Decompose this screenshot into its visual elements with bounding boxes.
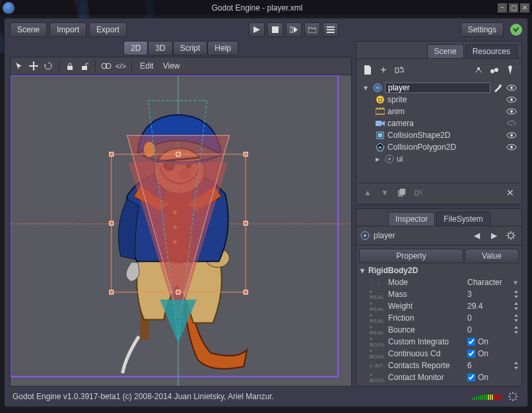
history-fwd-icon[interactable]: ▶ xyxy=(487,229,500,242)
spinner-updown-icon[interactable] xyxy=(514,290,519,298)
property-checkbox[interactable] xyxy=(467,373,475,381)
category-label: RigidBody2D xyxy=(368,266,418,275)
svg-point-46 xyxy=(510,98,513,101)
spinner-updown-icon[interactable] xyxy=(514,314,519,322)
canvas-viewport[interactable] xyxy=(10,75,352,387)
move-down-icon[interactable]: ▼ xyxy=(378,186,391,199)
edit-menu[interactable]: Edit xyxy=(136,61,158,71)
property-row[interactable]: BOOLContinuous CdOn xyxy=(359,348,519,360)
tab-scene[interactable]: Scene xyxy=(427,44,464,58)
instance-node-icon[interactable] xyxy=(393,63,406,77)
col-value[interactable]: Value xyxy=(465,249,519,263)
visibility-eye-icon[interactable] xyxy=(506,132,517,139)
unlock-tool-icon[interactable] xyxy=(78,59,91,73)
tree-node-ui[interactable]: ▸ui xyxy=(361,153,517,165)
property-value[interactable]: Character xyxy=(467,278,511,287)
link-tool-icon[interactable] xyxy=(100,59,113,73)
connect-node-icon[interactable] xyxy=(472,63,485,77)
menu-import[interactable]: Import xyxy=(50,22,86,37)
groups-node-icon[interactable] xyxy=(488,63,501,77)
property-row[interactable]: REALBounce0 xyxy=(359,324,519,336)
inspector-settings-icon[interactable] xyxy=(504,229,517,242)
status-bar: Godot Engine v1.0.3917-beta1 (c) 2008-20… xyxy=(7,389,525,404)
collapse-category-icon[interactable]: ▾ xyxy=(360,266,368,275)
property-checkbox[interactable] xyxy=(467,338,475,346)
spinner-updown-icon[interactable] xyxy=(514,302,519,310)
stop-button[interactable] xyxy=(267,22,283,37)
open-folder-button[interactable] xyxy=(304,22,320,37)
property-value[interactable]: 29.4 xyxy=(467,302,511,311)
tab-3d[interactable]: 3D xyxy=(148,41,172,55)
script-node-icon[interactable] xyxy=(504,63,517,77)
list-button[interactable] xyxy=(323,22,339,37)
scene-tree[interactable]: ▾spriteanimcameraCollisionShape2DCollisi… xyxy=(358,80,519,181)
status-ok-icon xyxy=(510,24,522,36)
view-menu[interactable]: View xyxy=(159,61,184,71)
spinner-updown-icon[interactable] xyxy=(514,362,519,369)
col-property[interactable]: Property xyxy=(359,249,463,263)
visibility-eye-icon[interactable] xyxy=(506,84,517,91)
window-titlebar: Godot Engine - player.xml − ▢ ✕ xyxy=(0,0,532,15)
node-name-input[interactable] xyxy=(385,82,490,93)
visibility-eye-icon[interactable] xyxy=(506,96,517,103)
tree-node-anim[interactable]: anim xyxy=(361,106,517,117)
property-row[interactable]: BOOLContact MonitorOn xyxy=(359,371,519,383)
delete-node-icon[interactable]: ✕ xyxy=(504,186,517,199)
property-list[interactable]: ▾RigidBody2D⋮⋮ ModeCharacter▾ REALMass3 … xyxy=(356,265,521,386)
property-checkbox[interactable] xyxy=(467,350,475,358)
duplicate-node-icon[interactable] xyxy=(395,186,409,199)
script-tool-icon[interactable]: </> xyxy=(114,59,127,73)
property-value[interactable]: 0 xyxy=(467,325,511,334)
maximize-window-button[interactable]: ▢ xyxy=(509,3,518,13)
dropdown-arrow-icon[interactable]: ▾ xyxy=(514,278,519,287)
select-tool-icon[interactable] xyxy=(13,59,26,73)
lock-tool-icon[interactable] xyxy=(63,59,77,73)
property-row[interactable]: REALMass3 xyxy=(359,288,519,300)
property-row[interactable]: BOOLCustom IntegratoOn xyxy=(359,336,519,348)
move-tool-icon[interactable] xyxy=(27,59,40,73)
property-row[interactable]: REALFriction0 xyxy=(359,312,519,324)
tab-resources[interactable]: Resources xyxy=(465,44,517,58)
property-row[interactable]: REALWeight29.4 xyxy=(359,300,519,312)
tree-node-camera[interactable]: camera xyxy=(361,117,517,129)
svg-rect-4 xyxy=(67,66,73,70)
play-scene-button[interactable] xyxy=(286,22,302,37)
expand-icon[interactable]: ▸ xyxy=(376,154,382,164)
play-button[interactable] xyxy=(249,22,265,37)
history-back-icon[interactable]: ◀ xyxy=(470,229,483,242)
visibility-hidden-icon[interactable] xyxy=(506,120,517,127)
tree-node-player[interactable]: ▾ xyxy=(361,82,517,94)
tab-help[interactable]: Help xyxy=(207,41,238,55)
property-type-tag: REAL xyxy=(370,324,385,336)
property-value[interactable]: 6 xyxy=(467,361,511,370)
tab-script[interactable]: Script xyxy=(173,41,208,55)
reparent-icon[interactable] xyxy=(413,186,426,199)
tab-inspector[interactable]: Inspector xyxy=(388,212,435,226)
property-row[interactable]: ⋮⋮ ModeCharacter▾ xyxy=(359,276,519,288)
menu-scene[interactable]: Scene xyxy=(10,22,47,37)
visibility-eye-icon[interactable] xyxy=(506,108,517,115)
rotate-tool-icon[interactable] xyxy=(42,59,55,73)
property-name: Mass xyxy=(388,290,465,299)
menu-export[interactable]: Export xyxy=(89,22,127,37)
tree-node-CollisionShape2D[interactable]: CollisionShape2D xyxy=(361,129,517,141)
close-window-button[interactable]: ✕ xyxy=(520,3,529,13)
settings-button[interactable]: Settings xyxy=(461,22,504,37)
tree-node-sprite[interactable]: sprite xyxy=(361,94,517,106)
svg-point-75 xyxy=(370,373,372,376)
tab-filesystem[interactable]: FileSystem xyxy=(436,212,490,226)
property-row[interactable]: INTContacts Reporte6 xyxy=(359,360,519,371)
wand-icon[interactable] xyxy=(493,83,504,92)
spinner-updown-icon[interactable] xyxy=(514,326,519,334)
visibility-eye-icon[interactable] xyxy=(506,144,517,150)
new-node-icon[interactable] xyxy=(361,63,374,77)
node-name-label: CollisionShape2D xyxy=(387,131,504,140)
tab-2d[interactable]: 2D xyxy=(123,41,148,55)
add-node-icon[interactable]: + xyxy=(377,63,390,77)
tree-node-CollisionPolygon2D[interactable]: CollisionPolygon2D xyxy=(361,141,517,153)
minimize-window-button[interactable]: − xyxy=(498,3,507,13)
expand-icon[interactable]: ▾ xyxy=(364,83,370,92)
property-value[interactable]: 0 xyxy=(467,313,511,323)
property-value[interactable]: 3 xyxy=(467,290,511,299)
move-up-icon[interactable]: ▲ xyxy=(361,186,374,199)
